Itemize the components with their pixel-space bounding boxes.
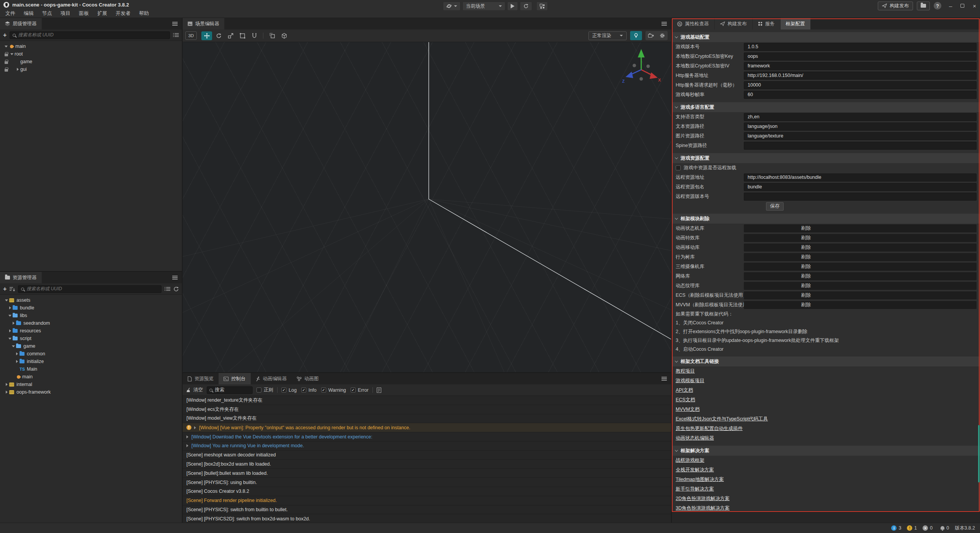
doc-link[interactable]: 3D角色扮演游戏解决方案 <box>676 505 730 512</box>
restart-button[interactable] <box>520 2 532 11</box>
remove-module-button[interactable]: 剔除 <box>801 225 811 232</box>
remove-module-button[interactable]: 剔除 <box>801 254 811 260</box>
refresh-icon[interactable] <box>173 286 179 292</box>
section-header-4[interactable]: 框架文档工具链接 <box>672 356 980 366</box>
field-input[interactable]: oops <box>744 52 977 60</box>
assets-search-input[interactable]: 搜索名称或 UUID <box>18 285 162 293</box>
move-tool-button[interactable] <box>201 31 212 40</box>
menu-item-3[interactable]: 项目 <box>56 9 75 18</box>
doc-link[interactable]: MVVM文档 <box>676 406 700 413</box>
checkbox-icon[interactable] <box>676 165 681 170</box>
field-input[interactable] <box>744 142 977 150</box>
field-input[interactable]: 60 <box>744 91 977 99</box>
log-row[interactable]: [Window] You are running Vue in developm… <box>183 441 671 451</box>
panel-menu-icon[interactable] <box>172 22 178 26</box>
chevron-down-icon[interactable] <box>3 46 9 47</box>
log-row[interactable]: [Window] Download the Vue Devtools exten… <box>183 432 671 441</box>
lighting-toggle-button[interactable] <box>630 31 642 40</box>
create-node-button[interactable]: + <box>3 32 7 38</box>
doc-link[interactable]: 全栈开发解决方案 <box>676 467 714 473</box>
chevron-right-icon[interactable] <box>4 391 9 394</box>
log-row[interactable]: [Scene] [PHYSICS]: switch from builtin t… <box>183 505 671 515</box>
status-info-counter[interactable]: i 3 <box>891 525 901 531</box>
tab-inspector-2[interactable]: 服务 <box>753 18 780 29</box>
camera-settings-button[interactable] <box>645 33 657 38</box>
doc-link[interactable]: 原生包热更新配置自动生成插件 <box>676 425 743 432</box>
status-warning-counter[interactable]: ! 1 <box>907 525 917 531</box>
open-project-folder-button[interactable] <box>917 2 930 10</box>
field-input[interactable]: 10000 <box>744 81 977 89</box>
filter-list-icon[interactable] <box>173 33 179 38</box>
field-input[interactable]: language/texture <box>744 132 977 140</box>
tab-inspector-1[interactable]: 构建发布 <box>715 18 752 29</box>
chevron-right-icon[interactable] <box>15 68 20 71</box>
section-header-1[interactable]: 游戏多语言配置 <box>672 102 980 112</box>
tree-node[interactable]: Main <box>0 365 182 373</box>
tab-console-3[interactable]: 动画图 <box>292 373 324 384</box>
tree-node[interactable]: main <box>0 43 182 50</box>
field-input[interactable]: http://localhost:8083/assets/bundle <box>744 173 977 181</box>
field-input[interactable]: 1.0.5 <box>744 43 977 51</box>
remove-module-button[interactable]: 剔除 <box>801 235 811 241</box>
rotate-tool-button[interactable] <box>213 31 224 40</box>
log-filter-warning[interactable]: Warning <box>321 387 346 393</box>
chevron-right-icon[interactable] <box>14 360 20 363</box>
remove-module-button[interactable]: 剔除 <box>801 244 811 251</box>
scrollbar-thumb[interactable] <box>978 425 980 482</box>
tree-node[interactable]: common <box>0 350 182 358</box>
field-input[interactable]: zh,en <box>744 113 977 121</box>
remove-module-button[interactable]: 剔除 <box>801 273 811 280</box>
orientation-gizmo[interactable]: X Z Y <box>620 45 663 88</box>
section-header-3[interactable]: 框架模块剔除 <box>672 214 980 224</box>
log-row[interactable]: [Window] [Vue warn]: Property "onInput" … <box>183 423 671 432</box>
tree-node[interactable]: game <box>0 342 182 350</box>
menu-item-2[interactable]: 节点 <box>38 9 56 18</box>
console-search-input[interactable]: 搜索 <box>207 386 253 394</box>
log-row[interactable]: [Scene] meshopt wasm decoder initialized <box>183 451 671 460</box>
tree-node[interactable]: root <box>0 50 182 58</box>
play-button[interactable] <box>507 2 518 11</box>
expand-arrow-icon[interactable] <box>186 435 188 438</box>
chevron-right-icon[interactable] <box>11 322 16 325</box>
preview-qr-button[interactable] <box>536 2 548 11</box>
doc-link[interactable]: ECS文档 <box>676 397 695 403</box>
log-row[interactable]: [Scene] [PHYSICS]: using builtin. <box>183 478 671 487</box>
chevron-down-icon[interactable] <box>11 345 16 347</box>
tree-node[interactable]: libs <box>0 312 182 319</box>
tree-node[interactable]: initialize <box>0 358 182 365</box>
chevron-down-icon[interactable] <box>9 53 15 55</box>
remove-module-button[interactable]: 剔除 <box>801 302 811 308</box>
chevron-down-icon[interactable] <box>7 315 13 317</box>
field-input[interactable]: language/json <box>744 123 977 131</box>
doc-link[interactable]: 战棋游戏框架 <box>676 457 704 464</box>
tree-node[interactable]: game <box>0 58 182 65</box>
tree-node[interactable]: seedrandom <box>0 319 182 327</box>
create-asset-button[interactable]: + <box>3 286 7 292</box>
chevron-down-icon[interactable] <box>7 338 13 340</box>
log-row[interactable]: [Window] render_texture文件夹存在 <box>183 396 671 405</box>
doc-link[interactable]: Excel格式转Json文件与TypeScript代码工具 <box>676 416 768 422</box>
menu-item-1[interactable]: 编辑 <box>20 9 38 18</box>
field-input[interactable]: framework <box>744 62 977 70</box>
tree-node[interactable]: assets <box>0 296 182 304</box>
save-button[interactable]: 保存 <box>766 202 784 211</box>
scene-viewport[interactable]: X Z Y <box>183 42 671 372</box>
menu-item-0[interactable]: 文件 <box>1 9 20 18</box>
scene-selector-dropdown[interactable]: 当前场景 <box>462 2 505 11</box>
tree-node[interactable]: main <box>0 373 182 381</box>
field-input[interactable]: bundle <box>744 183 977 191</box>
log-row[interactable]: [Scene] [PHYSICS2D]: switch from box2d-w… <box>183 514 671 523</box>
tree-node[interactable]: gui <box>0 65 182 73</box>
log-row[interactable]: [Scene] Forward render pipeline initiali… <box>183 496 671 505</box>
panel-menu-icon[interactable] <box>662 377 667 381</box>
clear-console-button[interactable]: 清空 <box>186 387 203 393</box>
expand-arrow-icon[interactable] <box>194 426 196 429</box>
field-input[interactable] <box>744 193 977 201</box>
log-filter-log[interactable]: Log <box>281 387 297 393</box>
tree-node[interactable]: resources <box>0 327 182 335</box>
tab-console-1[interactable]: 控制台 <box>219 373 251 384</box>
filter-list-icon[interactable] <box>165 287 170 291</box>
log-row[interactable]: [Scene] Cocos Creator v3.8.2 <box>183 487 671 496</box>
tab-scene-editor[interactable]: 场景编辑器 <box>183 18 224 29</box>
tree-node[interactable]: script <box>0 335 182 342</box>
